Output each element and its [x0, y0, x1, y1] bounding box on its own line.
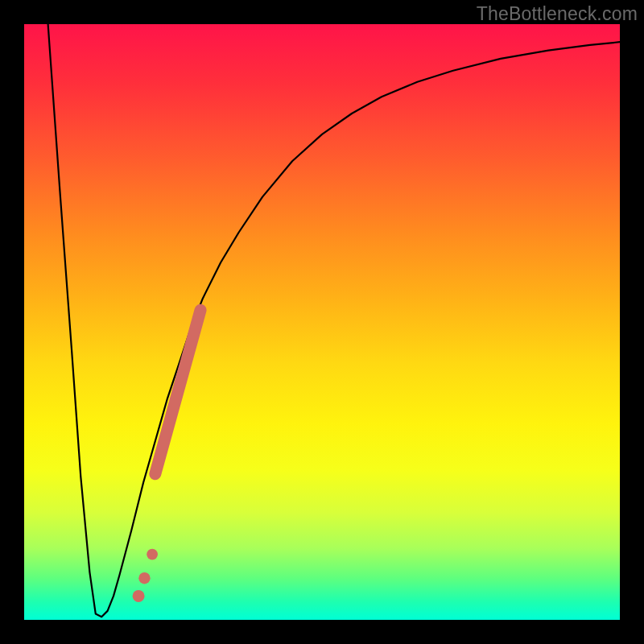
data-markers [133, 310, 200, 602]
marker-dot [147, 549, 158, 560]
chart-frame: TheBottleneck.com [0, 0, 644, 644]
curve-line [48, 24, 620, 617]
watermark-text: TheBottleneck.com [477, 3, 638, 25]
plot-area [24, 24, 620, 620]
marker-segment [155, 310, 200, 474]
marker-dot [138, 572, 150, 584]
chart-svg [24, 24, 620, 620]
marker-dot [133, 590, 145, 602]
